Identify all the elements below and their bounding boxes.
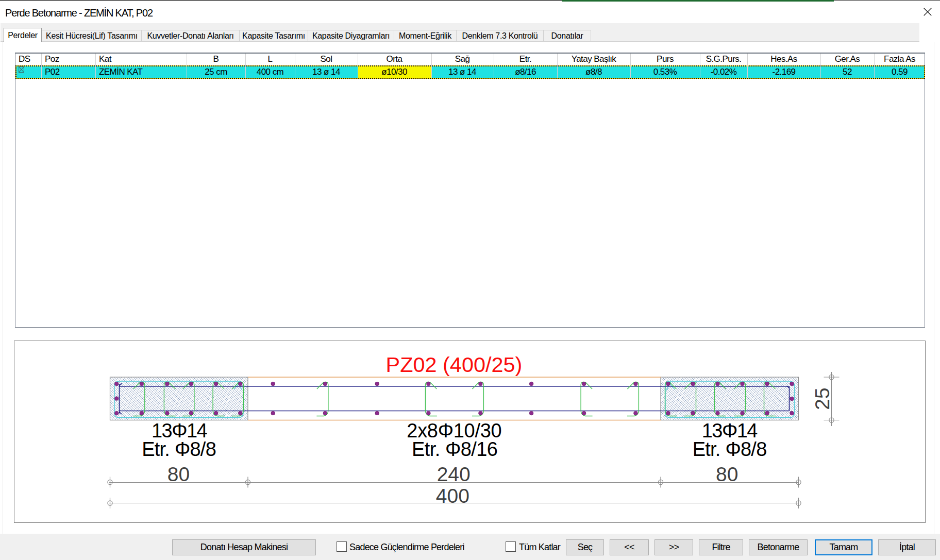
svg-text:Etr. Φ8/8: Etr. Φ8/8 (142, 438, 216, 460)
svg-text:Etr. Φ8/8: Etr. Φ8/8 (692, 438, 767, 460)
svg-text:80: 80 (167, 463, 189, 485)
svg-text:400: 400 (435, 485, 469, 507)
svg-text:25: 25 (811, 387, 833, 410)
svg-text:240: 240 (437, 463, 470, 485)
svg-text:PZ02 (400/25): PZ02 (400/25) (385, 352, 522, 377)
svg-text:80: 80 (716, 463, 738, 485)
svg-text:Etr. Φ8/16: Etr. Φ8/16 (412, 438, 498, 460)
